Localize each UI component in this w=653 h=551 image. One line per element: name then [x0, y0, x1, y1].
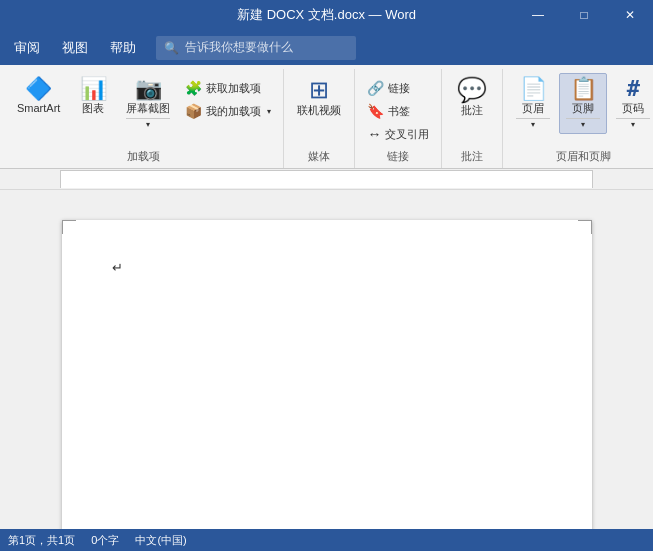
header-icon: 📄: [520, 78, 547, 100]
my-addins-arrow: ▾: [267, 107, 271, 116]
word-count: 0个字: [91, 533, 119, 548]
ruler-area: [0, 170, 653, 190]
comment-icon: 💬: [457, 78, 487, 102]
pagenumber-dropdown-arrow: ▾: [616, 118, 650, 129]
ribbon-hf-buttons: 📄 页眉 ▾ 📋 页脚 ▾ # 页码 ▾: [509, 69, 653, 147]
menu-item-help[interactable]: 帮助: [100, 34, 146, 62]
ribbon-group-headerfooter: 📄 页眉 ▾ 📋 页脚 ▾ # 页码 ▾ 页眉和页脚: [503, 69, 653, 168]
screenshot-button[interactable]: 📷 屏幕截图 ▾: [119, 73, 177, 134]
ribbon-group-links: 🔗 链接 🔖 书签 ↔ 交叉引用 链接: [355, 69, 442, 168]
online-video-button[interactable]: ⊞ 联机视频: [290, 73, 348, 122]
screenshot-label: 屏幕截图: [126, 102, 170, 115]
comment-button[interactable]: 💬 批注: [448, 73, 496, 122]
menu-item-view[interactable]: 视图: [52, 34, 98, 62]
ribbon-group-hf-label: 页眉和页脚: [509, 147, 653, 168]
get-addins-label: 获取加载项: [206, 81, 261, 96]
chart-label: 图表: [82, 102, 104, 115]
bookmark-label: 书签: [388, 104, 410, 119]
ribbon: 🔷 SmartArt 📊 图表 📷 屏幕截图 ▾ 🧩 获取加载项: [0, 65, 653, 169]
comment-label: 批注: [461, 104, 483, 117]
pagenumber-button[interactable]: # 页码 ▾: [609, 73, 653, 134]
chart-icon: 📊: [80, 78, 107, 100]
search-box[interactable]: 🔍 告诉我你想要做什么: [156, 36, 356, 60]
document-page[interactable]: ↵: [62, 220, 592, 540]
get-addins-icon: 🧩: [185, 80, 202, 96]
footer-button[interactable]: 📋 页脚 ▾: [559, 73, 607, 134]
online-video-icon: ⊞: [309, 78, 329, 102]
chart-button[interactable]: 📊 图表: [69, 73, 117, 120]
search-icon: 🔍: [164, 41, 179, 55]
ribbon-links-buttons: 🔗 链接 🔖 书签 ↔ 交叉引用: [361, 69, 435, 147]
ribbon-group-addins-label: 加载项: [10, 147, 277, 168]
footer-dropdown-arrow: ▾: [566, 118, 600, 129]
ribbon-group-comments: 💬 批注 批注: [442, 69, 503, 168]
ribbon-comments-buttons: 💬 批注: [448, 69, 496, 147]
bookmark-icon: 🔖: [367, 103, 384, 119]
page-corner-tr: [578, 220, 592, 234]
screenshot-icon: 📷: [135, 78, 162, 100]
smartart-button[interactable]: 🔷 SmartArt: [10, 73, 67, 120]
page-info: 第1页，共1页: [8, 533, 75, 548]
online-video-label: 联机视频: [297, 104, 341, 117]
horizontal-ruler: [60, 170, 593, 188]
language: 中文(中国): [135, 533, 186, 548]
menu-item-review[interactable]: 审阅: [4, 34, 50, 62]
ribbon-group-media-label: 媒体: [290, 147, 348, 168]
link-button[interactable]: 🔗 链接: [361, 77, 435, 99]
pagenumber-label: 页码: [622, 102, 644, 115]
crossref-button[interactable]: ↔ 交叉引用: [361, 123, 435, 145]
smartart-icon: 🔷: [25, 78, 52, 100]
window-controls: — □ ✕: [515, 0, 653, 30]
link-icon: 🔗: [367, 80, 384, 96]
footer-icon: 📋: [570, 78, 597, 100]
screenshot-dropdown-arrow: ▾: [126, 118, 170, 129]
ribbon-addins-buttons: 🔷 SmartArt 📊 图表 📷 屏幕截图 ▾ 🧩 获取加载项: [10, 69, 277, 147]
my-addins-label: 我的加载项: [206, 104, 261, 119]
addin-small-buttons: 🧩 获取加载项 📦 我的加载项 ▾: [179, 73, 277, 122]
status-bar: 第1页，共1页 0个字 中文(中国): [0, 529, 653, 551]
header-button[interactable]: 📄 页眉 ▾: [509, 73, 557, 134]
ribbon-media-buttons: ⊞ 联机视频: [290, 69, 348, 147]
menu-bar: 审阅 视图 帮助 🔍 告诉我你想要做什么: [0, 30, 653, 65]
ribbon-group-media: ⊞ 联机视频 媒体: [284, 69, 355, 168]
header-dropdown-arrow: ▾: [516, 118, 550, 129]
footer-label: 页脚: [572, 102, 594, 115]
my-addins-button[interactable]: 📦 我的加载项 ▾: [179, 100, 277, 122]
ribbon-group-comments-label: 批注: [448, 147, 496, 168]
document-area[interactable]: ↵: [0, 190, 653, 551]
crossref-icon: ↔: [367, 126, 381, 142]
page-corner-tl: [62, 220, 76, 234]
close-button[interactable]: ✕: [607, 0, 653, 30]
paragraph-mark: ↵: [112, 260, 123, 275]
get-addins-button[interactable]: 🧩 获取加载项: [179, 77, 277, 99]
maximize-button[interactable]: □: [561, 0, 607, 30]
link-small-buttons: 🔗 链接 🔖 书签 ↔ 交叉引用: [361, 73, 435, 145]
link-label: 链接: [388, 81, 410, 96]
pagenumber-icon: #: [627, 78, 640, 100]
ribbon-group-links-label: 链接: [361, 147, 435, 168]
title-bar: 新建 DOCX 文档.docx — Word — □ ✕: [0, 0, 653, 30]
my-addins-icon: 📦: [185, 103, 202, 119]
header-label: 页眉: [522, 102, 544, 115]
bookmark-button[interactable]: 🔖 书签: [361, 100, 435, 122]
search-placeholder: 告诉我你想要做什么: [185, 39, 293, 56]
minimize-button[interactable]: —: [515, 0, 561, 30]
smartart-label: SmartArt: [17, 102, 60, 115]
ribbon-group-addins: 🔷 SmartArt 📊 图表 📷 屏幕截图 ▾ 🧩 获取加载项: [4, 69, 284, 168]
crossref-label: 交叉引用: [385, 127, 429, 142]
